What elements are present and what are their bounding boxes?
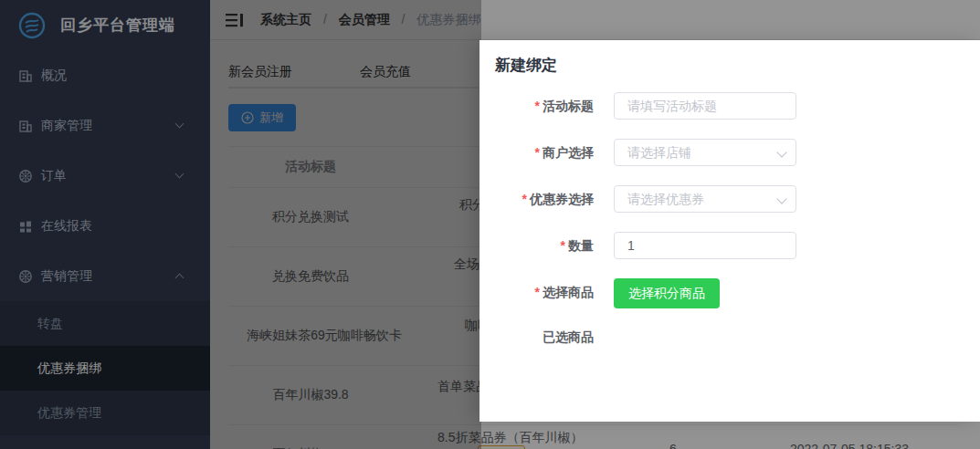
merchant-select[interactable]	[614, 139, 796, 166]
form-row-quantity: *数量	[479, 232, 980, 265]
activity-title-input[interactable]	[614, 92, 796, 120]
choose-points-goods-button[interactable]: 选择积分商品	[614, 278, 720, 308]
required-mark: *	[561, 238, 565, 253]
form-row-choose-goods: *选择商品 选择积分商品	[479, 278, 980, 311]
app-screen: 回乡平台管理端 概况 商家管理	[0, 0, 980, 449]
field-label: *活动标题	[479, 92, 594, 120]
form-row-activity-title: *活动标题	[479, 92, 980, 125]
form-row-merchant: *商户选择	[479, 139, 980, 172]
field-label: *选择商品	[479, 278, 594, 306]
field-label: *数量	[479, 232, 594, 259]
field-label: *商户选择	[479, 139, 594, 166]
form-row-coupon: *优惠券选择	[479, 185, 980, 218]
new-binding-drawer: 新建绑定 *活动标题 *商户选择 *优惠券选择 *数量	[479, 40, 980, 422]
drawer-title: 新建绑定	[495, 55, 557, 76]
content-dim-overlay	[210, 0, 481, 449]
form-row-chosen-goods: 已选商品	[479, 328, 980, 360]
field-label: 已选商品	[479, 328, 594, 346]
coupon-select[interactable]	[614, 185, 796, 213]
quantity-input[interactable]	[614, 232, 796, 259]
required-mark: *	[522, 192, 527, 206]
required-mark: *	[535, 99, 540, 113]
required-mark: *	[535, 145, 540, 160]
field-label: *优惠券选择	[479, 185, 594, 213]
required-mark: *	[535, 285, 540, 299]
